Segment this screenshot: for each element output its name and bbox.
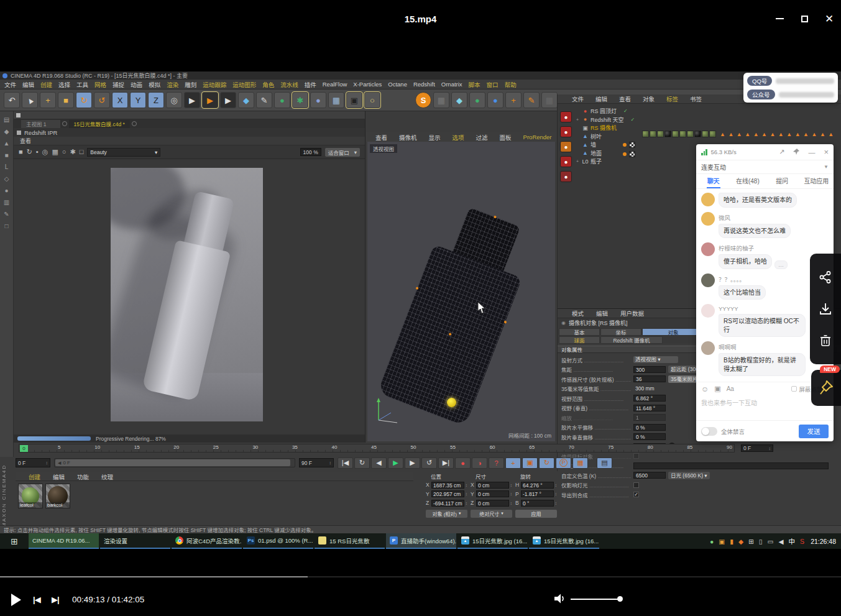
attribute-value[interactable] <box>633 453 639 459</box>
video-seekbar[interactable] <box>0 576 841 577</box>
menu-item[interactable]: 文件 <box>1 80 19 89</box>
share-icon[interactable] <box>819 270 832 284</box>
send-button[interactable]: 发送 <box>799 425 829 438</box>
menu-item[interactable]: 雕刻 <box>182 80 200 89</box>
enabled-check[interactable]: ✓ <box>631 117 635 122</box>
toolbar-icon[interactable]: ✎ <box>523 92 540 108</box>
object-name[interactable]: Redshift 天空 <box>591 116 624 124</box>
transport-button[interactable]: + <box>505 457 521 469</box>
menu-item[interactable]: Octane <box>385 81 410 88</box>
toolbar-icon[interactable]: ▲ <box>22 92 38 108</box>
frame-range-slider[interactable]: 0 F <box>54 458 295 467</box>
taskbar-item[interactable]: P 直播助手(window64)... <box>386 533 456 549</box>
tray-icon[interactable]: S <box>800 538 804 545</box>
menu-item[interactable]: 选择 <box>55 80 73 89</box>
toolbar-icon[interactable]: ◎ <box>166 92 182 108</box>
toolbar-icon[interactable]: ● <box>310 92 326 108</box>
attribute-tab[interactable]: 基本 <box>559 328 600 336</box>
transport-button[interactable]: ▦ <box>572 457 588 469</box>
toolbar-icon[interactable]: ✎ <box>256 92 272 108</box>
viewport-canvas[interactable]: 透视视图 网格间距 : 100 cm <box>367 142 555 441</box>
start-button[interactable]: ⊞ <box>0 533 29 549</box>
light-icon[interactable]: ● <box>560 141 572 152</box>
menu-item[interactable]: Redshift <box>410 81 438 88</box>
strip-icon[interactable]: ■ <box>4 152 8 159</box>
strip-icon[interactable]: ▲ <box>4 140 10 147</box>
viewport-menu-item[interactable]: 显示 <box>426 133 444 142</box>
menu-item[interactable]: 编辑 <box>19 80 37 89</box>
attribute-value[interactable]: 11.648 ° <box>633 405 666 411</box>
attribute-value[interactable]: 36 <box>633 375 666 382</box>
toolbar-icon[interactable]: S <box>415 92 431 108</box>
attribute-value[interactable]: ✓ <box>633 492 639 497</box>
taskbar-item[interactable]: ▲ 15日光焦散.jpg (16... <box>457 533 528 549</box>
minimize-button[interactable] <box>771 12 788 25</box>
avatar[interactable] <box>701 242 715 256</box>
menu-item[interactable]: 角色 <box>259 80 277 89</box>
size-mode-dropdown[interactable]: 绝对尺寸 <box>471 510 512 518</box>
toolbar-icon[interactable]: ▶ <box>184 92 200 108</box>
tray-icon[interactable]: ▯ <box>759 538 763 545</box>
attribute-value[interactable] <box>633 482 639 488</box>
download-icon[interactable] <box>819 302 832 316</box>
menu-item[interactable]: 动画 <box>127 80 145 89</box>
apply-button[interactable]: 应用 <box>515 510 557 518</box>
coordinate-value[interactable]: 1687.35 cm <box>431 482 464 489</box>
ipr-render-canvas[interactable] <box>14 159 365 434</box>
menu-item[interactable]: 运动跟踪 <box>200 80 229 89</box>
menu-item[interactable]: 创建 <box>37 80 55 89</box>
viewport-menu-item[interactable]: 过滤 <box>473 133 491 142</box>
viewport-menu-item[interactable]: 摄像机 <box>396 133 420 142</box>
volume-icon[interactable] <box>554 593 566 604</box>
minimize-chat-icon[interactable]: — <box>808 149 815 156</box>
object-name[interactable]: RS 圆顶灯 <box>591 107 617 115</box>
menu-item[interactable]: 窗口 <box>484 80 502 89</box>
attribute-value[interactable]: 透视视图 ▾ <box>633 356 678 363</box>
coordinate-value[interactable]: 64.276 ° <box>521 482 554 489</box>
om-menu-item[interactable]: 编辑 <box>592 94 610 103</box>
toolbar-icon[interactable]: + <box>505 92 522 108</box>
ipr-tool-icon[interactable]: ■ <box>19 148 23 156</box>
menu-item[interactable]: 流水线 <box>277 80 301 89</box>
frame-field-right[interactable]: 0 F↕ <box>741 444 773 452</box>
tray-icon[interactable]: ▭ <box>768 538 774 545</box>
strip-icon[interactable]: □ <box>4 223 8 229</box>
coordinate-value[interactable]: 0 cm <box>476 500 509 507</box>
taskbar-item[interactable]: 阿波C4D产品渲染教... <box>172 533 242 549</box>
end-frame-field[interactable]: 90 F↕ <box>299 458 334 467</box>
avatar[interactable] <box>701 274 715 287</box>
toolbar-icon[interactable]: ■ <box>58 92 74 108</box>
toolbar-icon[interactable]: ● <box>487 92 503 108</box>
pin-tool-button[interactable]: NEW <box>811 370 841 406</box>
ipr-tool-icon[interactable]: ▦ <box>52 148 58 156</box>
material-menu-item[interactable]: 纹理 <box>98 472 116 481</box>
volume-slider[interactable] <box>571 599 620 600</box>
material-menu-item[interactable]: 创建 <box>25 472 44 481</box>
strip-icon[interactable]: L <box>5 163 9 170</box>
material-menu-item[interactable]: 功能 <box>74 472 92 481</box>
taskbar-item[interactable]: 渲染设置 <box>100 533 170 549</box>
ipr-tool-icon[interactable]: ◎ <box>42 148 48 156</box>
strip-icon[interactable]: ◆ <box>4 128 9 135</box>
tag-row[interactable] <box>623 151 635 157</box>
strip-icon[interactable]: ✎ <box>4 211 9 218</box>
chat-tab[interactable]: 聊天 <box>696 174 730 188</box>
chat-tab[interactable]: 互动应用 <box>799 174 834 188</box>
light-icon[interactable]: ● <box>560 111 572 122</box>
chat-tab[interactable]: 在线(48) <box>730 174 765 188</box>
transport-button[interactable]: P <box>556 457 571 469</box>
wireframe-bottle[interactable] <box>377 200 540 426</box>
popout-icon[interactable]: ↗ <box>779 148 784 156</box>
avatar[interactable] <box>701 341 715 355</box>
transport-button[interactable]: ▣ <box>522 457 538 469</box>
close-chat-icon[interactable]: × <box>824 147 829 157</box>
attribute-value[interactable]: 300 <box>633 366 666 373</box>
attr-menu-item[interactable]: 用户数据 <box>617 309 647 318</box>
tab-active-document[interactable]: 15日光焦散白膜.c4d * <box>69 120 130 128</box>
attr-menu-item[interactable]: 编辑 <box>593 309 611 318</box>
material-menu-item[interactable]: 编辑 <box>50 472 68 481</box>
position-mode-dropdown[interactable]: 对象 (相对) <box>426 510 467 518</box>
texture-tag-strip[interactable]: ▲▲▲▲▲▲▲▲▲▲▲▲▲▲ <box>642 131 837 137</box>
attribute-extra[interactable]: 日光 (6500 K) ▾ <box>668 472 710 479</box>
attribute-value[interactable]: 1 <box>633 414 666 421</box>
